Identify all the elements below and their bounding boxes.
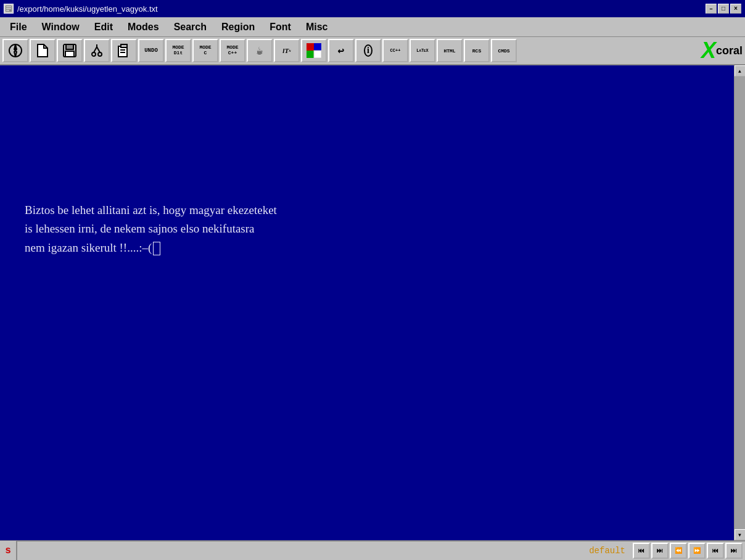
coffee-button[interactable]: ☕ — [247, 39, 273, 62]
text-cursor — [153, 242, 160, 255]
svg-line-11 — [97, 47, 100, 52]
menu-bar: File Window Edit Modes Search Region Fon… — [0, 17, 745, 37]
window-title: /export/home/kuksi/ugyetlen_vagyok.txt — [17, 4, 158, 14]
mode-c-button[interactable]: MODE C — [192, 39, 218, 62]
menu-edit[interactable]: Edit — [87, 19, 120, 35]
rcs-button[interactable]: RCS — [464, 39, 490, 62]
scroll-down-button[interactable]: ▼ — [735, 529, 746, 540]
menu-misc[interactable]: Misc — [298, 19, 335, 35]
xcoral-x-icon: X — [701, 39, 716, 62]
menu-font[interactable]: Font — [262, 19, 298, 35]
cc-button[interactable]: CC++ — [382, 39, 408, 62]
mode-cpp-button[interactable]: MODE C++ — [220, 39, 245, 62]
scroll-track[interactable] — [735, 76, 746, 529]
html-button[interactable]: HTML — [437, 39, 463, 62]
scrollbar[interactable]: ▲ ▼ — [734, 65, 745, 540]
new-file-button[interactable] — [30, 39, 56, 62]
title-controls: – □ × — [706, 4, 741, 14]
info-button[interactable]: i — [355, 39, 381, 62]
menu-window[interactable]: Window — [35, 19, 87, 35]
app-icon — [4, 4, 14, 14]
nav-start-button[interactable]: ⏮ — [633, 543, 650, 559]
xcoral-label: coral — [716, 44, 743, 57]
latex-small-button[interactable]: lTx — [274, 39, 300, 62]
nav-last-button[interactable]: ⏭ — [725, 543, 743, 559]
latex-button[interactable]: LATEX — [410, 39, 435, 62]
status-bar: s default ⏮ ⏭ ⏪ ⏩ ⏮ ⏭ — [0, 540, 745, 560]
status-nav-buttons: ⏮ ⏭ ⏪ ⏩ ⏮ ⏭ — [633, 543, 745, 559]
close-button[interactable]: × — [730, 4, 741, 14]
nav-end-button[interactable]: ⏭ — [651, 543, 669, 559]
cut-button[interactable] — [84, 39, 110, 62]
status-mode-text: default — [17, 546, 633, 556]
mode-dlt-button[interactable]: MODE Dlt — [165, 39, 191, 62]
title-bar: /export/home/kuksi/ugyetlen_vagyok.txt –… — [0, 0, 745, 17]
svg-rect-19 — [307, 51, 314, 58]
scroll-up-button[interactable]: ▲ — [735, 65, 746, 76]
editor-line-1: Biztos be lehet allitani azt is, hogy ma… — [25, 201, 277, 220]
svg-rect-17 — [307, 43, 314, 51]
map-button[interactable] — [2, 39, 28, 62]
menu-file[interactable]: File — [2, 19, 35, 35]
maximize-button[interactable]: □ — [718, 4, 729, 14]
save-button[interactable] — [57, 39, 83, 62]
main-area: Biztos be lehet allitani azt is, hogy ma… — [0, 65, 745, 540]
toolbar: UNDO MODE Dlt MODE C MODE C++ ☕ lTx ↩ i … — [0, 37, 745, 65]
cmds-button[interactable]: CMDS — [491, 39, 517, 62]
nav-next-button[interactable]: ⏩ — [688, 543, 706, 559]
svg-rect-14 — [121, 44, 127, 47]
menu-modes[interactable]: Modes — [120, 19, 167, 35]
menu-region[interactable]: Region — [214, 19, 262, 35]
nav-first-button[interactable]: ⏮ — [707, 543, 724, 559]
undo-button[interactable]: UNDO — [138, 39, 164, 62]
minimize-button[interactable]: – — [706, 4, 717, 14]
editor-line-2: is lehessen irni, de nekem sajnos elso n… — [25, 220, 277, 238]
svg-rect-20 — [314, 51, 321, 58]
svg-rect-18 — [314, 43, 321, 51]
svg-rect-7 — [65, 51, 74, 57]
svg-rect-6 — [66, 44, 73, 49]
svg-point-8 — [92, 52, 96, 56]
title-bar-left: /export/home/kuksi/ugyetlen_vagyok.txt — [4, 4, 158, 14]
editor[interactable]: Biztos be lehet allitani azt is, hogy ma… — [0, 65, 734, 540]
xcoral-logo: Xcoral — [701, 39, 743, 62]
svg-point-9 — [98, 52, 102, 56]
nav-prev-button[interactable]: ⏪ — [670, 543, 687, 559]
status-s-label: s — [0, 541, 17, 560]
color-button[interactable] — [301, 39, 327, 62]
paste-button[interactable] — [111, 39, 137, 62]
back-button[interactable]: ↩ — [328, 39, 354, 62]
editor-content: Biztos be lehet allitani azt is, hogy ma… — [25, 201, 277, 257]
editor-line-3: nem igazan sikerult !!....:–( — [25, 239, 277, 257]
svg-line-10 — [94, 47, 97, 52]
menu-search[interactable]: Search — [167, 19, 214, 35]
